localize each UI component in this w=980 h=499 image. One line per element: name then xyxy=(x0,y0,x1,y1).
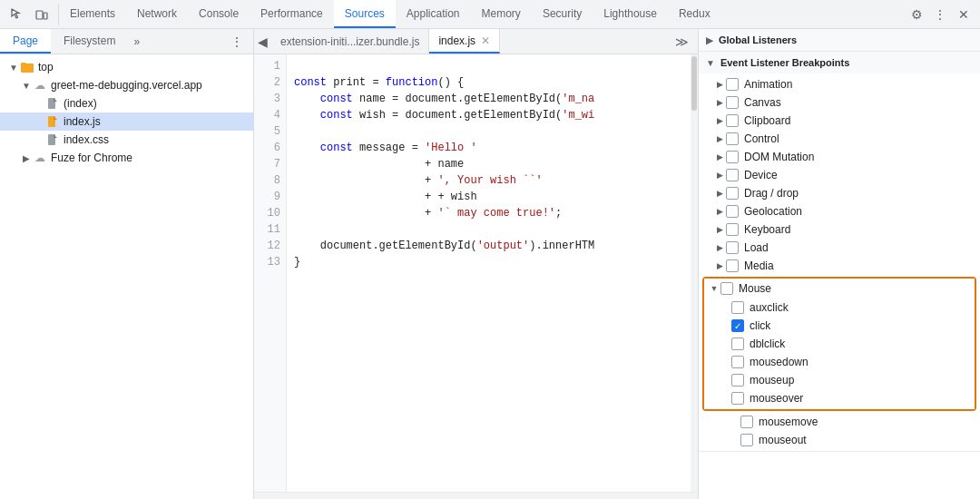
file-tab-close-icon[interactable]: ✕ xyxy=(481,34,490,47)
bp-category-control[interactable]: ▶ Control xyxy=(699,130,980,148)
bp-category-keyboard[interactable]: ▶ Keyboard xyxy=(699,220,980,239)
bp-category-geolocation[interactable]: ▶ Geolocation xyxy=(699,202,980,220)
bp-sub-dblclick[interactable]: dblclick xyxy=(704,335,975,353)
tab-memory[interactable]: Memory xyxy=(471,0,532,28)
bp-sub-mouseover[interactable]: mouseover xyxy=(704,389,975,407)
editor-nav-right: ≫ xyxy=(671,31,698,53)
sidebar-tab-filesystem[interactable]: Filesystem xyxy=(51,29,128,54)
bp-arrow-media: ▶ xyxy=(713,259,726,272)
global-listeners-header[interactable]: ▶ Global Listeners xyxy=(699,29,980,51)
bp-checkbox-geolocation[interactable] xyxy=(726,205,739,218)
main-content: Page Filesystem » ⋮ ▼ top ▼ ☁ greet-me-d… xyxy=(0,29,980,499)
bp-category-mouse[interactable]: ▼ Mouse xyxy=(704,279,975,298)
tree-label-fuze: Fuze for Chrome xyxy=(51,152,132,164)
bp-category-load[interactable]: ▶ Load xyxy=(699,239,980,257)
bp-checkbox-auxclick[interactable] xyxy=(731,301,744,314)
tab-security[interactable]: Security xyxy=(532,0,593,28)
bp-checkbox-mouse[interactable] xyxy=(720,282,733,295)
tree-label-index-html: (index) xyxy=(64,97,97,110)
bp-checkbox-drag-drop[interactable] xyxy=(726,187,739,200)
tree-label-domain: greet-me-debugging.vercel.app xyxy=(51,79,202,92)
editor-tab-prev[interactable]: ◀ xyxy=(254,29,271,54)
bp-checkbox-mouseout[interactable] xyxy=(740,434,753,446)
file-tab-bundle[interactable]: extension-initi...izer.bundle.js xyxy=(271,29,429,54)
bp-arrow-drag-drop: ▶ xyxy=(713,187,726,200)
tab-sources[interactable]: Sources xyxy=(334,0,396,28)
device-toggle-icon[interactable] xyxy=(31,4,53,25)
bp-mouse-section: ▼ Mouse auxclick click xyxy=(702,277,976,411)
bp-checkbox-keyboard[interactable] xyxy=(726,223,739,236)
bp-checkbox-mouseup[interactable] xyxy=(731,374,744,386)
bp-sub-mouseout[interactable]: mouseout xyxy=(699,431,980,449)
tab-lighthouse[interactable]: Lighthouse xyxy=(593,0,668,28)
svg-rect-0 xyxy=(36,11,43,19)
tree-item-domain[interactable]: ▼ ☁ greet-me-debugging.vercel.app xyxy=(0,76,253,94)
bp-category-device[interactable]: ▶ Device xyxy=(699,166,980,184)
event-breakpoints-header[interactable]: ▼ Event Listener Breakpoints xyxy=(699,52,980,73)
nav-icon-group xyxy=(0,4,59,25)
bp-label-media: Media xyxy=(744,259,774,272)
tab-console[interactable]: Console xyxy=(188,0,250,28)
tab-performance[interactable]: Performance xyxy=(250,0,334,28)
bp-checkbox-load[interactable] xyxy=(726,241,739,254)
editor-scrollbar[interactable] xyxy=(691,54,698,492)
bp-category-media[interactable]: ▶ Media xyxy=(699,257,980,275)
bp-checkbox-mouseover[interactable] xyxy=(731,392,744,405)
bp-sub-mousedown[interactable]: mousedown xyxy=(704,353,975,371)
tree-label-index-js: index.js xyxy=(64,115,101,128)
bp-label-click: click xyxy=(750,319,770,332)
tab-redux[interactable]: Redux xyxy=(668,0,721,28)
bp-checkbox-dblclick[interactable] xyxy=(731,338,744,350)
bp-checkbox-media[interactable] xyxy=(726,259,739,272)
bp-arrow-load: ▶ xyxy=(713,241,726,254)
bp-category-drag-drop[interactable]: ▶ Drag / drop xyxy=(699,184,980,202)
editor-tabs: ◀ extension-initi...izer.bundle.js index… xyxy=(254,29,698,54)
bp-category-dom-mutation[interactable]: ▶ DOM Mutation xyxy=(699,148,980,166)
more-options-icon[interactable]: ⋮ xyxy=(929,4,951,25)
bp-checkbox-click[interactable] xyxy=(731,319,744,332)
bp-category-clipboard[interactable]: ▶ Clipboard xyxy=(699,112,980,130)
bp-category-canvas[interactable]: ▶ Canvas xyxy=(699,93,980,112)
bp-arrow-dom-mutation: ▶ xyxy=(713,151,726,163)
tab-network[interactable]: Network xyxy=(126,0,188,28)
editor-more-icon[interactable]: ≫ xyxy=(671,31,692,53)
tab-application[interactable]: Application xyxy=(396,0,471,28)
bp-sub-auxclick[interactable]: auxclick xyxy=(704,298,975,317)
sidebar-tabs-more[interactable]: » xyxy=(128,29,145,54)
tree-item-index-js[interactable]: ▶ index.js xyxy=(0,113,253,131)
editor-scrollbar-thumb[interactable] xyxy=(691,56,697,111)
tree-item-top[interactable]: ▼ top xyxy=(0,58,253,76)
code-area: 12345678910111213 const print = function… xyxy=(254,54,698,492)
bp-checkbox-device[interactable] xyxy=(726,169,739,181)
tree-item-index-html[interactable]: ▶ (index) xyxy=(0,94,253,113)
bp-checkbox-animation[interactable] xyxy=(726,78,739,91)
bp-checkbox-mousedown[interactable] xyxy=(731,356,744,368)
bp-checkbox-canvas[interactable] xyxy=(726,96,739,109)
bp-sub-click[interactable]: click xyxy=(704,317,975,335)
file-tab-indexjs[interactable]: index.js ✕ xyxy=(429,29,500,54)
bp-checkbox-clipboard[interactable] xyxy=(726,114,739,127)
bp-checkbox-dom-mutation[interactable] xyxy=(726,151,739,163)
code-content[interactable]: const print = function() { const name = … xyxy=(287,54,691,492)
sidebar-more-icon[interactable]: ⋮ xyxy=(226,31,248,53)
sidebar-tab-page[interactable]: Page xyxy=(0,29,51,54)
bp-checkbox-control[interactable] xyxy=(726,132,739,145)
bp-label-clipboard: Clipboard xyxy=(744,114,790,127)
event-breakpoints-label: Event Listener Breakpoints xyxy=(720,57,849,68)
close-devtools-icon[interactable]: ✕ xyxy=(953,4,975,25)
bp-sub-mouseup[interactable]: mouseup xyxy=(704,371,975,389)
file-tab-bundle-label: extension-initi...izer.bundle.js xyxy=(280,35,419,48)
settings-icon[interactable]: ⚙ xyxy=(906,4,927,25)
bp-label-mouseup: mouseup xyxy=(750,374,794,386)
inspect-icon[interactable] xyxy=(5,4,27,25)
editor-hscrollbar[interactable] xyxy=(254,492,698,499)
bp-sub-mousemove[interactable]: mousemove xyxy=(699,413,980,431)
file-icon-index-html xyxy=(45,96,60,111)
bp-checkbox-mousemove[interactable] xyxy=(740,416,753,428)
tab-elements[interactable]: Elements xyxy=(59,0,126,28)
bp-label-mousemove: mousemove xyxy=(759,416,818,428)
tree-item-index-css[interactable]: ▶ index.css xyxy=(0,131,253,149)
bp-arrow-animation: ▶ xyxy=(713,78,726,91)
tree-item-fuze[interactable]: ▶ ☁ Fuze for Chrome xyxy=(0,149,253,167)
bp-category-animation[interactable]: ▶ Animation xyxy=(699,75,980,93)
